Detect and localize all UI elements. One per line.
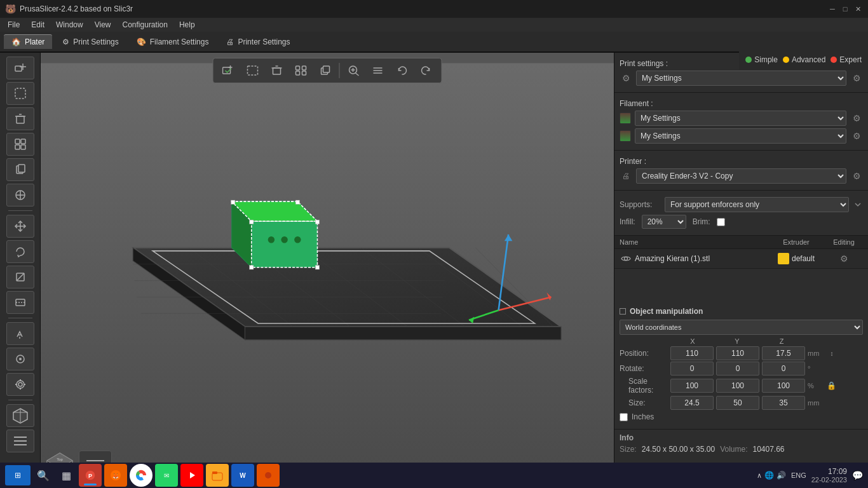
info-size-label: Size: (620, 445, 637, 454)
canvas-redo[interactable] (415, 61, 438, 80)
taskbar-left: ⊞ 🔍 ▦ P 🦊 ✉ W (5, 464, 280, 487)
view-layers-btn[interactable] (6, 430, 34, 452)
taskbar-youtube[interactable] (180, 464, 203, 487)
object-visibility-toggle[interactable] (620, 252, 632, 265)
tool-scale[interactable] (6, 266, 34, 288)
tab-filament-settings[interactable]: 🎨 Filament Settings (129, 35, 217, 49)
menu-help[interactable]: Help (174, 19, 200, 30)
taskbar-notification[interactable]: 💬 (852, 470, 863, 480)
mode-advanced-label: Advanced (792, 55, 825, 64)
tool-add-object[interactable] (6, 57, 34, 79)
size-z-input[interactable] (762, 396, 805, 410)
taskbar-other[interactable] (257, 464, 280, 487)
svg-point-110 (139, 473, 143, 477)
scale-lock-icon[interactable]: 🔒 (826, 381, 836, 391)
filament1-config[interactable]: ⚙ (850, 112, 863, 125)
size-y-input[interactable] (716, 396, 759, 410)
taskbar-systray: ∧ 🌐 🔊 (757, 471, 786, 480)
tool-settings[interactable] (6, 373, 34, 396)
canvas-undo[interactable] (391, 61, 414, 80)
world-coords-dropdown[interactable]: World coordinates (620, 320, 863, 335)
canvas-area[interactable]: Top Right Front (41, 53, 614, 488)
print-settings-gear[interactable]: ⚙ (620, 72, 632, 85)
taskbar-whatsapp[interactable]: ✉ (155, 464, 178, 487)
menu-view[interactable]: View (90, 19, 116, 30)
inches-checkbox[interactable] (620, 413, 628, 421)
tab-printer-settings[interactable]: 🖨 Printer Settings (219, 35, 297, 49)
supports-dropdown[interactable]: For support enforcers only (665, 197, 849, 212)
svg-point-78 (268, 236, 275, 243)
start-button[interactable]: ⊞ (5, 465, 31, 485)
view-cube-btn[interactable] (6, 404, 34, 427)
menu-configuration[interactable]: Configuration (118, 19, 173, 30)
taskbar-word[interactable]: W (231, 464, 254, 487)
tab-plater[interactable]: 🏠 Plater (4, 34, 52, 49)
tray-up-arrow[interactable]: ∧ (757, 471, 762, 480)
mode-expert[interactable]: Expert (831, 55, 862, 64)
maximize-button[interactable]: □ (840, 4, 850, 14)
filament2-dropdown[interactable]: My Settings (635, 128, 846, 144)
tool-rotate[interactable] (6, 240, 34, 263)
canvas-arrange[interactable] (290, 61, 313, 80)
infill-dropdown[interactable]: 20% (642, 215, 686, 229)
menu-file[interactable]: File (3, 19, 25, 30)
scale-x-input[interactable] (670, 379, 714, 393)
canvas-zoom-in[interactable] (342, 61, 365, 80)
tray-volume[interactable]: 🔊 (776, 471, 786, 480)
canvas-select-box[interactable] (241, 61, 264, 80)
print-settings-dropdown[interactable]: My Settings (636, 71, 846, 86)
canvas-view-menu[interactable] (367, 61, 390, 80)
tool-instance[interactable] (6, 184, 34, 207)
tool-cut[interactable] (6, 291, 34, 314)
rotate-z-input[interactable] (762, 362, 805, 376)
rotate-y-input[interactable] (716, 362, 759, 376)
3d-viewport[interactable] (41, 53, 614, 488)
printer-dropdown[interactable]: Creality Ender-3 V2 - Copy (636, 168, 846, 184)
canvas-add-object[interactable] (217, 61, 240, 80)
taskbar-prusaslicer[interactable]: P (79, 464, 102, 487)
canvas-copy[interactable] (314, 61, 337, 80)
task-view-button[interactable]: ▦ (56, 465, 76, 485)
scale-y-input[interactable] (716, 379, 759, 393)
tool-seam-paint[interactable] (6, 348, 34, 370)
taskbar-firefox[interactable]: 🦊 (104, 464, 127, 487)
menu-edit[interactable]: Edit (26, 19, 50, 30)
object-edit-icon[interactable]: ⚙ (840, 254, 848, 264)
tool-delete[interactable] (6, 107, 34, 130)
position-y-input[interactable] (716, 346, 759, 360)
mode-simple[interactable]: Simple (745, 55, 778, 64)
tool-arrange[interactable] (6, 133, 34, 156)
taskbar-datetime[interactable]: 17:09 22-02-2023 (811, 467, 847, 484)
tool-support-paint[interactable] (6, 322, 34, 345)
filament2-config[interactable]: ⚙ (850, 130, 863, 142)
simple-dot (745, 57, 752, 63)
position-x-input[interactable] (670, 346, 714, 360)
size-x-input[interactable] (670, 396, 714, 410)
tab-print-settings[interactable]: ⚙ Print Settings (55, 35, 126, 49)
tool-select-parts[interactable] (6, 82, 34, 105)
mode-advanced[interactable]: Advanced (783, 55, 825, 64)
taskbar-chrome[interactable] (130, 464, 153, 487)
search-taskbar[interactable]: 🔍 (33, 465, 53, 485)
minimize-button[interactable]: ─ (827, 4, 837, 14)
brim-checkbox[interactable] (717, 218, 725, 226)
printer-config[interactable]: ⚙ (850, 170, 863, 182)
tray-network[interactable]: 🌐 (764, 471, 774, 480)
menu-window[interactable]: Window (51, 19, 88, 30)
scale-z-input[interactable] (762, 379, 805, 393)
filament1-dropdown[interactable]: My Settings (635, 111, 846, 126)
print-settings-config[interactable]: ⚙ (850, 72, 863, 85)
titlebar: 🐻 PrusaSlicer-2.4.2 based on Slic3r ─ □ … (0, 0, 868, 18)
taskbar-filemanager[interactable] (206, 464, 229, 487)
position-unit-toggle[interactable]: ↕ (826, 348, 837, 359)
tool-copy[interactable] (6, 158, 34, 181)
table-row[interactable]: Amazing Kieran (1).stl default ⚙ (614, 249, 868, 269)
tool-move[interactable] (6, 215, 34, 238)
rotate-x-input[interactable] (670, 362, 714, 376)
object-editing[interactable]: ⚙ (825, 254, 863, 264)
canvas-delete[interactable] (266, 61, 288, 80)
position-z-input[interactable] (762, 346, 805, 360)
objects-col-name: Name (620, 238, 768, 246)
svg-rect-81 (231, 200, 235, 204)
close-button[interactable]: ✕ (853, 4, 863, 14)
